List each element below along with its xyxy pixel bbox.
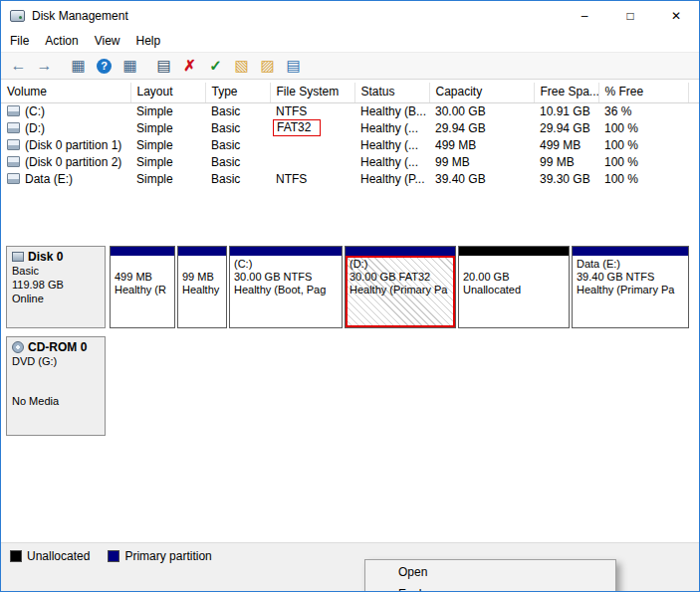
partition-e[interactable]: Data (E:) 39.40 GB NTFS Healthy (Primary… — [572, 246, 689, 328]
partition-status: Healthy (R — [115, 284, 171, 296]
legend-primary-label: Primary partition — [124, 549, 211, 563]
window-controls: – □ ✕ — [562, 1, 699, 31]
col-free-space[interactable]: Free Spa... — [534, 83, 598, 102]
cell-type: Basic — [205, 170, 270, 187]
cdrom-icon — [12, 341, 24, 353]
disk0-type: Basic — [12, 264, 100, 278]
disk0-status: Online — [12, 292, 100, 305]
cell-fs: NTFS — [270, 170, 354, 187]
console-window-icon[interactable]: ▤ — [151, 55, 176, 78]
context-menu: Open Explore Mark Partition as Active Ch… — [364, 559, 616, 592]
partition-size: 20.00 GB — [463, 271, 566, 284]
col-status[interactable]: Status — [354, 83, 429, 102]
console-tree-icon[interactable]: ▦ — [66, 55, 91, 78]
cell-free: 499 MB — [534, 136, 598, 153]
cell-status: Healthy (P... — [354, 170, 429, 187]
maximize-button[interactable]: □ — [607, 1, 653, 31]
menu-action[interactable]: Action — [37, 32, 86, 51]
table-row[interactable]: (Disk 0 partition 2) Simple Basic Health… — [1, 153, 699, 170]
partition-size: 30.00 GB FAT32 — [350, 271, 452, 284]
disk0-partitions: 499 MB Healthy (R 99 MB Healthy (C:) — [110, 246, 689, 328]
cell-type: Basic — [205, 119, 270, 136]
cdrom-header[interactable]: CD-ROM 0 DVD (G:) No Media — [6, 336, 106, 436]
cell-fs: NTFS — [270, 102, 354, 119]
cell-volume: (Disk 0 partition 2) — [25, 155, 121, 169]
col-file-system[interactable]: File System — [270, 83, 354, 102]
primary-partition-bar — [230, 247, 342, 256]
toolbar: ← → ▦ ? ▦ ▤ ✗ ✓ ▧ ▨ ▤ — [1, 52, 699, 80]
cell-capacity: 99 MB — [429, 153, 534, 170]
cell-capacity: 29.94 GB — [429, 119, 534, 136]
primary-partition-bar — [178, 247, 226, 256]
cell-fs — [270, 136, 354, 153]
partition-label — [115, 258, 171, 271]
partition-size: 499 MB — [115, 271, 171, 284]
cell-type: Basic — [205, 136, 270, 153]
table-row[interactable]: Data (E:) Simple Basic NTFS Healthy (P..… — [1, 170, 699, 187]
close-button[interactable]: ✕ — [653, 1, 699, 31]
check-volume-icon[interactable]: ✓ — [203, 55, 228, 78]
action-pane-icon[interactable]: ▦ — [117, 55, 142, 78]
toolbar-separator — [58, 55, 65, 78]
cdrom-status: No Media — [12, 394, 100, 408]
folder-open-icon[interactable]: ▧ — [229, 55, 254, 78]
disk0-header[interactable]: Disk 0 Basic 119.98 GB Online — [6, 246, 106, 328]
cell-capacity: 39.40 GB — [429, 170, 534, 187]
partition-d-selected[interactable]: (D:) 30.00 GB FAT32 Healthy (Primary Pa — [345, 246, 456, 328]
volume-icon — [7, 156, 20, 167]
col-filler — [688, 83, 699, 102]
partition-label — [182, 258, 223, 271]
menu-view[interactable]: View — [87, 32, 128, 51]
cell-capacity: 30.00 GB — [429, 102, 534, 119]
legend-primary-partition: Primary partition — [108, 549, 211, 563]
partition-system-reserved[interactable]: 499 MB Healthy (R — [110, 246, 175, 328]
partition-status: Healthy — [182, 284, 223, 296]
table-header-row: Volume Layout Type File System Status Ca… — [1, 83, 699, 102]
menu-item-open[interactable]: Open — [365, 562, 615, 584]
cell-layout: Simple — [130, 153, 205, 170]
volume-list-pane: Volume Layout Type File System Status Ca… — [1, 80, 699, 243]
cell-layout: Simple — [130, 170, 205, 187]
cdrom-type: DVD (G:) — [12, 354, 100, 368]
disk-icon — [12, 252, 24, 262]
col-layout[interactable]: Layout — [130, 83, 205, 102]
table-row[interactable]: (C:) Simple Basic NTFS Healthy (B... 30.… — [1, 102, 699, 119]
table-row[interactable]: (D:) Simple Basic FAT32 Healthy (... 29.… — [1, 119, 699, 136]
partition-status: Unallocated — [463, 284, 566, 296]
disk0-name: Disk 0 — [28, 250, 63, 264]
legend-unallocated: Unallocated — [10, 549, 90, 563]
partition-99mb[interactable]: 99 MB Healthy — [177, 246, 227, 328]
list-view-icon[interactable]: ▤ — [281, 55, 306, 78]
titlebar: Disk Management – □ ✕ — [1, 1, 699, 31]
disk0-size: 119.98 GB — [12, 278, 100, 292]
col-pct-free[interactable]: % Free — [598, 83, 688, 102]
col-type[interactable]: Type — [205, 83, 270, 102]
col-capacity[interactable]: Capacity — [429, 83, 534, 102]
partition-d-annotation-box: (D:) 30.00 GB FAT32 Healthy (Primary Pa — [346, 256, 455, 327]
back-icon[interactable]: ← — [6, 55, 31, 78]
partition-unallocated[interactable]: 20.00 GB Unallocated — [458, 246, 570, 328]
partition-size: 39.40 GB NTFS — [577, 271, 685, 284]
forward-icon[interactable]: → — [32, 55, 57, 78]
graphical-view: Disk 0 Basic 119.98 GB Online 499 MB Hea… — [1, 243, 699, 542]
volume-icon — [7, 139, 20, 150]
help-icon[interactable]: ? — [92, 55, 117, 78]
primary-partition-bar — [346, 247, 455, 256]
cell-status: Healthy (B... — [354, 102, 429, 119]
disk0-row: Disk 0 Basic 119.98 GB Online 499 MB Hea… — [6, 246, 699, 328]
partition-label: Data (E:) — [577, 258, 685, 271]
cell-volume: Data (E:) — [25, 172, 73, 186]
menu-help[interactable]: Help — [128, 32, 169, 51]
partition-label: (D:) — [350, 258, 452, 271]
delete-volume-icon[interactable]: ✗ — [177, 55, 202, 78]
partition-c[interactable]: (C:) 30.00 GB NTFS Healthy (Boot, Pag — [229, 246, 343, 328]
minimize-button[interactable]: – — [562, 1, 607, 31]
primary-partition-bar — [111, 247, 174, 256]
menu-item-explore[interactable]: Explore — [365, 584, 615, 592]
table-row[interactable]: (Disk 0 partition 1) Simple Basic Health… — [1, 136, 699, 153]
menu-file[interactable]: File — [2, 32, 37, 51]
folder-help-icon[interactable]: ▨ — [255, 55, 280, 78]
col-volume[interactable]: Volume — [1, 83, 130, 102]
partition-status: Healthy (Primary Pa — [577, 284, 685, 296]
partition-label: (C:) — [234, 258, 339, 271]
